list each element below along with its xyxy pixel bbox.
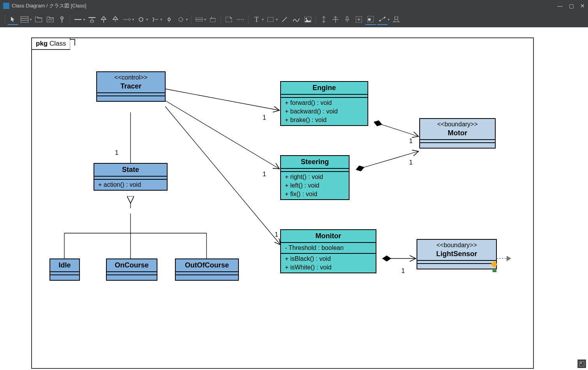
svg-line-25: [282, 17, 287, 22]
titlebar: Class Diagram / クラス図 [Class] — ▢ ✕: [0, 0, 588, 12]
app-icon: [3, 3, 9, 9]
svg-point-4: [61, 17, 63, 19]
svg-rect-24: [267, 17, 274, 22]
window-title: Class Diagram / クラス図 [Class]: [12, 2, 86, 9]
svg-rect-0: [21, 16, 28, 23]
svg-line-42: [165, 101, 279, 169]
package-tool-icon[interactable]: [33, 14, 44, 25]
svg-rect-21: [210, 18, 215, 22]
rect-tool-icon[interactable]: [265, 14, 276, 25]
align-tool-icon[interactable]: [330, 14, 341, 25]
dependency-tool-icon[interactable]: [122, 14, 132, 25]
idle-class[interactable]: Idle: [49, 258, 80, 281]
chevron-down-icon[interactable]: ▼: [204, 18, 207, 21]
svg-point-13: [139, 18, 143, 21]
chevron-down-icon[interactable]: ▼: [185, 18, 189, 21]
mult-engine-motor: 1: [409, 138, 413, 145]
generalization-tool-icon[interactable]: [98, 14, 109, 25]
overview-button[interactable]: [577, 359, 586, 368]
connector-tool-icon[interactable]: [175, 14, 186, 25]
mult-monitor-lightsensor: 1: [401, 267, 405, 274]
svg-rect-35: [368, 18, 371, 21]
svg-line-51: [374, 122, 418, 136]
association-tool-icon[interactable]: [72, 14, 83, 25]
association-class-tool-icon[interactable]: [87, 14, 97, 25]
tracer-class[interactable]: <<control>> Tracer: [96, 71, 166, 102]
chevron-down-icon[interactable]: ▼: [275, 18, 278, 21]
svg-rect-40: [395, 16, 398, 19]
motor-class[interactable]: <<boundary>> Motor: [419, 118, 496, 149]
zoom-fit-tool-icon[interactable]: [318, 14, 329, 25]
required-interface-tool-icon[interactable]: [136, 14, 147, 25]
provided-interface-tool-icon[interactable]: [150, 14, 161, 25]
svg-line-38: [381, 18, 384, 20]
steering-class[interactable]: Steering + right() : void + left() : voi…: [280, 155, 350, 200]
realization-tool-icon[interactable]: [110, 14, 121, 25]
mult-tracer-monitor: 1: [275, 231, 278, 238]
outofcourse-class[interactable]: OutOfCourse: [175, 258, 239, 281]
svg-point-15: [168, 18, 170, 21]
chevron-down-icon[interactable]: ▼: [387, 18, 390, 21]
mult-tracer-steering: 1: [263, 171, 266, 178]
frame-label: pkg Class: [31, 37, 71, 50]
constraint-tool-icon[interactable]: [207, 14, 218, 25]
chevron-down-icon[interactable]: ▼: [146, 18, 149, 21]
maximize-button[interactable]: ▢: [569, 3, 574, 9]
chevron-down-icon[interactable]: ▼: [83, 18, 86, 21]
ok-marker-icon: [493, 270, 496, 272]
freehand-tool-icon[interactable]: [291, 14, 302, 25]
mult-tracer-state: 1: [115, 149, 118, 156]
expand-tool-icon[interactable]: [353, 14, 364, 25]
toolbar: ▼ ▼ ▼ ▼ ▼ ▼ ▼: [0, 12, 588, 27]
line-tool-icon[interactable]: [279, 14, 290, 25]
oncourse-class[interactable]: OnCourse: [106, 258, 157, 281]
mult-steering-motor: 1: [409, 159, 413, 166]
connector-style-tool-icon[interactable]: [377, 14, 388, 25]
note-anchor-tool-icon[interactable]: [235, 14, 246, 25]
minimize-button[interactable]: —: [557, 3, 563, 9]
interface-tool-icon[interactable]: [57, 14, 67, 25]
distribute-tool-icon[interactable]: [391, 14, 402, 25]
state-class[interactable]: State + action() : void: [94, 163, 168, 191]
diagram-frame: pkg Class: [31, 37, 534, 369]
window-controls: — ▢ ✕: [557, 3, 585, 9]
selection-tool-icon[interactable]: [7, 14, 18, 25]
attribute-tool-icon[interactable]: [194, 14, 205, 25]
svg-rect-9: [90, 20, 94, 22]
class-tool-icon[interactable]: [19, 14, 30, 25]
svg-line-41: [165, 89, 279, 110]
close-button[interactable]: ✕: [580, 3, 585, 9]
chevron-down-icon[interactable]: ▼: [29, 18, 32, 21]
port-tool-icon[interactable]: [164, 14, 175, 25]
lightsensor-class[interactable]: <<boundary>> LightSensor: [417, 239, 497, 269]
svg-point-18: [179, 18, 183, 21]
svg-point-27: [305, 18, 307, 19]
layout-tool-icon[interactable]: [365, 14, 376, 25]
svg-point-37: [384, 17, 385, 18]
svg-point-36: [379, 20, 381, 21]
chevron-down-icon[interactable]: ▼: [132, 18, 135, 21]
note-tool-icon[interactable]: [223, 14, 234, 25]
mult-tracer-engine: 1: [263, 114, 266, 121]
engine-class[interactable]: Engine + forward() : void + backward() :…: [280, 81, 368, 126]
monitor-class[interactable]: Monitor - Threshold : boolean + isBlack(…: [280, 229, 376, 273]
svg-rect-56: [580, 362, 582, 364]
chevron-down-icon[interactable]: ▼: [160, 18, 163, 21]
package2-tool-icon[interactable]: [45, 14, 56, 25]
diagram-canvas[interactable]: pkg Class: [0, 27, 588, 370]
image-tool-icon[interactable]: [302, 14, 313, 25]
text-tool-icon[interactable]: T: [251, 14, 262, 25]
chevron-down-icon[interactable]: ▼: [261, 18, 264, 21]
pin-tool-icon[interactable]: [342, 14, 353, 25]
